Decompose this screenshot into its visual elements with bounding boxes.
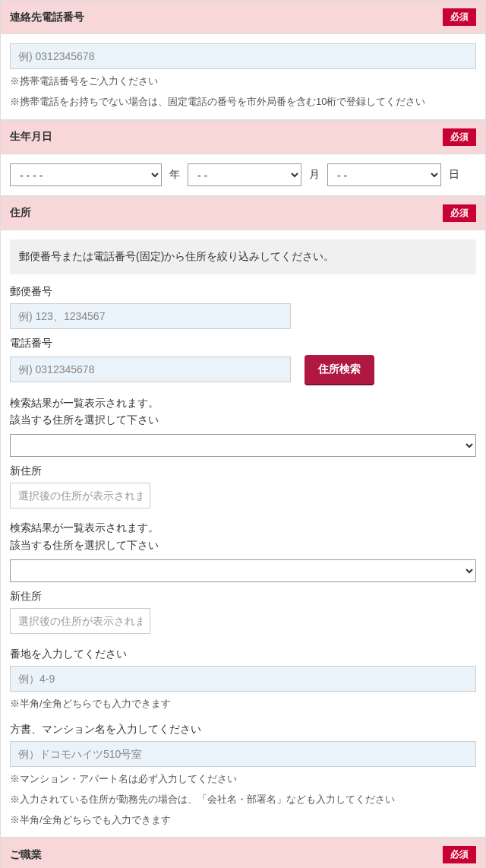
section-body-address: 郵便番号または電話番号(固定)から住所を絞り込みしてください。 郵便番号 電話番…: [0, 230, 486, 838]
address-result-select-2[interactable]: [10, 559, 476, 582]
zip-label: 郵便番号: [10, 285, 476, 299]
section-title-occupation: ご職業: [10, 848, 42, 862]
address-info-box: 郵便番号または電話番号(固定)から住所を絞り込みしてください。: [10, 239, 476, 274]
section-header-birth: 生年月日 必須: [0, 120, 486, 154]
banchi-input[interactable]: [10, 666, 476, 692]
result-text-1: 検索結果が一覧表示されます。 該当する住所を選択して下さい: [10, 394, 476, 429]
section-header-phone: 連絡先電話番号 必須: [0, 0, 486, 34]
section-title-phone: 連絡先電話番号: [10, 11, 84, 24]
phone-note-2: ※携帯電話をお持ちでない場合は、固定電話の番号を市外局番を含む10桁で登録してく…: [10, 94, 476, 110]
address-search-row: 住所検索: [10, 355, 476, 384]
zip-input[interactable]: [10, 303, 291, 329]
phone-input[interactable]: [10, 43, 476, 69]
section-title-birth: 生年月日: [10, 130, 52, 144]
required-badge: 必須: [443, 204, 476, 222]
address-search-button[interactable]: 住所検索: [305, 355, 374, 384]
required-badge: 必須: [443, 128, 476, 146]
tel-label: 電話番号: [10, 337, 476, 350]
new-address-label-2: 新住所: [10, 590, 476, 603]
required-badge: 必須: [443, 8, 476, 26]
new-address-input-2[interactable]: [10, 608, 150, 634]
month-unit: 月: [309, 168, 320, 182]
day-unit: 日: [449, 168, 459, 182]
banchi-note: ※半角/全角どちらでも入力できます: [10, 696, 476, 712]
building-note-3: ※半角/全角どちらでも入力できます: [10, 813, 476, 828]
birth-month-select[interactable]: - -: [188, 163, 301, 186]
birth-year-select[interactable]: - - - -: [10, 163, 162, 186]
building-input[interactable]: [10, 741, 476, 767]
year-unit: 年: [169, 168, 180, 182]
birth-date-row: - - - - 年 - - 月 - - 日: [10, 163, 476, 186]
section-header-address: 住所 必須: [0, 196, 486, 230]
new-address-label-1: 新住所: [10, 464, 476, 478]
building-note-1: ※マンション・アパート名は必ず入力してください: [10, 771, 476, 787]
section-title-address: 住所: [10, 206, 31, 220]
section-body-phone: ※携帯電話番号をご入力ください ※携帯電話をお持ちでない場合は、固定電話の番号を…: [0, 34, 486, 120]
section-header-occupation: ご職業 必須: [0, 838, 486, 868]
building-label: 方書、マンション名を入力してください: [10, 723, 476, 737]
building-note-2: ※入力されている住所が勤務先の場合は、「会社名・部署名」なども入力してください: [10, 792, 476, 808]
new-address-input-1[interactable]: [10, 483, 150, 508]
banchi-label: 番地を入力してください: [10, 648, 476, 661]
section-body-birth: - - - - 年 - - 月 - - 日: [0, 154, 486, 196]
phone-note-1: ※携帯電話番号をご入力ください: [10, 74, 476, 90]
address-result-select-1[interactable]: [10, 434, 476, 457]
result-text-2: 検索結果が一覧表示されます。 該当する住所を選択して下さい: [10, 519, 476, 553]
required-badge: 必須: [443, 846, 476, 863]
address-tel-input[interactable]: [10, 356, 291, 382]
birth-day-select[interactable]: - -: [327, 163, 441, 186]
